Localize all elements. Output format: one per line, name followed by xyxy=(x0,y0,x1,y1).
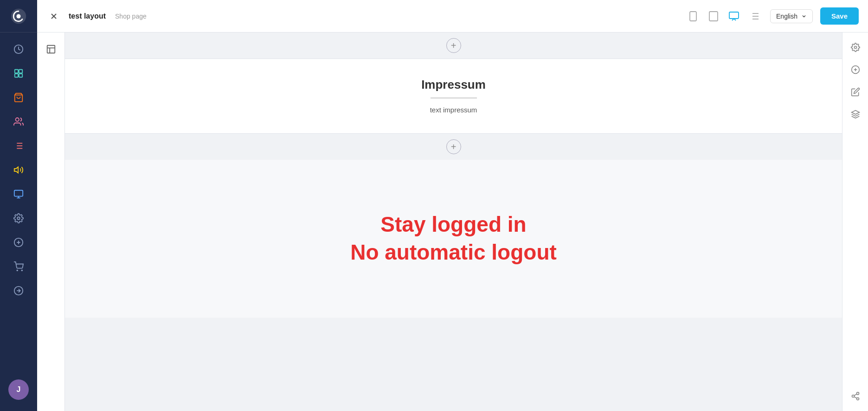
svg-rect-31 xyxy=(709,12,718,21)
svg-marker-15 xyxy=(14,167,18,173)
add-icon-button[interactable] xyxy=(846,60,865,79)
impressum-section: Impressum text impressum xyxy=(65,59,842,134)
svg-point-49 xyxy=(852,395,854,398)
settings-icon-button[interactable] xyxy=(846,38,865,57)
sidebar-item-settings[interactable] xyxy=(7,207,30,229)
canvas-area: + Impressum text impressum + Stay logged… xyxy=(65,33,842,411)
sidebar-item-marketing[interactable] xyxy=(7,159,30,181)
save-button[interactable]: Save xyxy=(820,7,859,25)
sidebar-item-content[interactable] xyxy=(7,135,30,157)
svg-line-52 xyxy=(854,394,857,395)
svg-point-19 xyxy=(17,217,20,220)
svg-point-23 xyxy=(17,270,18,271)
right-panel xyxy=(842,33,868,411)
svg-marker-47 xyxy=(851,111,859,114)
avatar[interactable]: J xyxy=(8,379,29,400)
edit-icon-button[interactable] xyxy=(846,83,865,101)
sidebar-bottom: J xyxy=(8,379,29,411)
svg-rect-5 xyxy=(15,74,18,77)
device-list-button[interactable] xyxy=(746,8,763,25)
sidebar-item-cart[interactable] xyxy=(7,255,30,278)
svg-point-48 xyxy=(856,392,859,395)
language-label: English xyxy=(776,13,797,20)
sidebar-logo[interactable] xyxy=(0,0,37,33)
close-button[interactable] xyxy=(46,9,61,24)
svg-line-51 xyxy=(854,397,857,398)
add-section-middle-button[interactable]: + xyxy=(446,139,461,154)
sidebar-item-widgets[interactable] xyxy=(7,183,30,205)
svg-point-50 xyxy=(856,398,859,400)
main-area: test layout Shop page English Save xyxy=(37,0,868,411)
svg-point-8 xyxy=(16,118,19,121)
login-line1: Stay logged in xyxy=(380,212,526,236)
svg-point-43 xyxy=(854,46,856,49)
device-tablet-button[interactable] xyxy=(705,8,722,25)
svg-rect-3 xyxy=(15,70,18,73)
svg-rect-40 xyxy=(47,46,55,53)
svg-point-24 xyxy=(21,270,22,271)
layout-icon[interactable] xyxy=(42,40,60,59)
impressum-title: Impressum xyxy=(421,78,486,92)
svg-rect-33 xyxy=(729,12,739,19)
sidebar-item-shop[interactable] xyxy=(7,86,30,109)
left-panel xyxy=(37,33,65,411)
sidebar-nav xyxy=(7,33,30,379)
impressum-text: text impressum xyxy=(430,106,477,114)
svg-rect-4 xyxy=(19,70,22,73)
sidebar-item-customers[interactable] xyxy=(7,111,30,133)
topbar: test layout Shop page English Save xyxy=(37,0,868,33)
device-desktop-button[interactable] xyxy=(726,8,742,25)
sidebar-item-dashboard[interactable] xyxy=(7,38,30,60)
sidebar-item-pages[interactable] xyxy=(7,62,30,85)
device-switcher xyxy=(685,8,763,25)
chevron-down-icon xyxy=(801,13,807,19)
svg-rect-29 xyxy=(690,12,696,21)
page-title: test layout xyxy=(69,12,106,20)
login-heading: Stay logged in No automatic logout xyxy=(350,211,557,267)
sidebar-item-add[interactable] xyxy=(7,231,30,254)
login-line2: No automatic logout xyxy=(350,240,557,264)
content-area: + Impressum text impressum + Stay logged… xyxy=(37,33,868,411)
language-selector[interactable]: English xyxy=(770,9,813,23)
impressum-divider xyxy=(431,98,477,98)
svg-rect-16 xyxy=(14,190,23,196)
add-section-top-button[interactable]: + xyxy=(446,38,461,53)
add-section-middle: + xyxy=(65,134,842,160)
login-section: Stay logged in No automatic logout xyxy=(65,160,842,318)
add-section-top: + xyxy=(65,33,842,59)
svg-rect-6 xyxy=(19,74,22,77)
svg-point-1 xyxy=(17,14,21,18)
share-icon-button[interactable] xyxy=(846,387,865,405)
layers-icon-button[interactable] xyxy=(846,105,865,124)
page-subtitle: Shop page xyxy=(115,13,147,20)
sidebar-item-navigate[interactable] xyxy=(7,280,30,302)
sidebar: J xyxy=(0,0,37,411)
device-mobile-button[interactable] xyxy=(685,8,701,25)
